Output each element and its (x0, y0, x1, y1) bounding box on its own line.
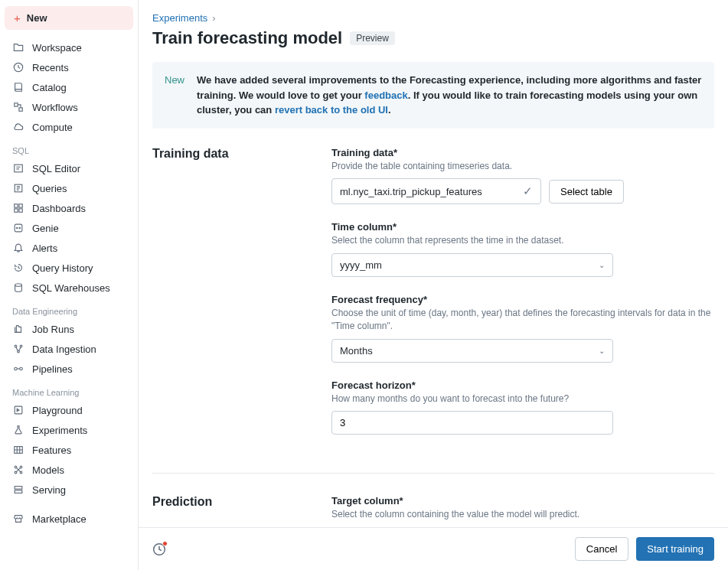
sidebar-item-serving[interactable]: Serving (5, 480, 133, 500)
frequency-select[interactable]: Months ⌄ (331, 339, 613, 363)
sidebar-item-catalog[interactable]: Catalog (5, 77, 133, 97)
sidebar-label: Workflows (32, 102, 78, 113)
section-training-data: Training data Training data* Provide the… (152, 147, 714, 452)
genie-icon (12, 222, 24, 234)
sidebar-item-workflows[interactable]: Workflows (5, 97, 133, 117)
sidebar-item-models[interactable]: Models (5, 460, 133, 480)
svg-rect-24 (15, 487, 22, 490)
field-desc: Select the column containing the value t… (331, 508, 714, 521)
section-ml: Machine Learning (5, 379, 133, 400)
pipeline-icon (12, 363, 24, 375)
sidebar-item-genie[interactable]: Genie (5, 218, 133, 238)
sidebar-item-marketplace[interactable]: Marketplace (5, 509, 133, 529)
sidebar-item-data-ingestion[interactable]: Data Ingestion (5, 339, 133, 359)
sidebar-label: Alerts (32, 243, 57, 254)
svg-rect-9 (15, 224, 22, 232)
features-icon (12, 444, 24, 456)
svg-rect-25 (15, 490, 22, 493)
chevron-right-icon: › (212, 12, 215, 24)
check-icon: ✓ (523, 184, 533, 198)
sidebar-item-alerts[interactable]: Alerts (5, 238, 133, 258)
field-time-column: Time column* Select the column that repr… (331, 221, 714, 277)
sidebar-label: Genie (32, 223, 59, 234)
notice-body: We have added several improvements to th… (197, 73, 702, 118)
field-training-data: Training data* Provide the table contain… (331, 147, 714, 205)
input-value: ml.nyc_taxi.trip_pickup_features (340, 186, 482, 197)
sidebar-item-sql-warehouses[interactable]: SQL Warehouses (5, 278, 133, 298)
svg-rect-1 (15, 103, 18, 106)
sidebar-label: Dashboards (32, 203, 86, 214)
sidebar: + New Workspace Recents Catalog Workflow… (0, 0, 138, 570)
sidebar-label: Marketplace (32, 513, 87, 525)
sidebar-item-workspace[interactable]: Workspace (5, 37, 133, 57)
chevron-down-icon: ⌄ (599, 347, 605, 355)
sidebar-label: Workspace (32, 42, 82, 54)
field-desc: Provide the table containing timeseries … (331, 160, 714, 173)
select-table-button[interactable]: Select table (549, 180, 624, 204)
section-sql: SQL (5, 137, 133, 158)
section-title-prediction: Prediction (152, 495, 331, 527)
feedback-link[interactable]: feedback (364, 90, 407, 101)
sidebar-item-queries[interactable]: Queries (5, 178, 133, 198)
field-forecast-horizon: Forecast horizon* How many months do you… (331, 379, 714, 435)
catalog-icon (12, 81, 24, 93)
time-column-select[interactable]: yyyy_mm ⌄ (331, 253, 613, 277)
svg-rect-5 (15, 204, 18, 207)
title-row: Train forecasting model Preview (152, 28, 714, 48)
svg-point-10 (17, 227, 18, 228)
svg-point-16 (15, 367, 18, 370)
alert-icon (12, 242, 24, 254)
plus-icon: + (14, 12, 21, 24)
footer: Cancel Start training (139, 527, 728, 570)
sidebar-item-sql-editor[interactable]: SQL Editor (5, 158, 133, 178)
sidebar-item-pipelines[interactable]: Pipelines (5, 359, 133, 379)
new-button[interactable]: + New (5, 6, 133, 30)
cancel-button[interactable]: Cancel (575, 537, 628, 561)
select-value: Months (340, 345, 373, 357)
sidebar-item-query-history[interactable]: Query History (5, 258, 133, 278)
sidebar-label: Serving (32, 484, 66, 496)
revert-link[interactable]: revert back to the old UI (275, 104, 388, 116)
section-prediction: Prediction Target column* Select the col… (152, 495, 714, 527)
notification-dot (162, 541, 168, 546)
sidebar-label: Pipelines (32, 363, 73, 375)
breadcrumb-experiments[interactable]: Experiments (152, 12, 207, 24)
svg-point-14 (20, 345, 22, 347)
queries-icon (12, 182, 24, 194)
horizon-input[interactable] (331, 411, 613, 435)
serving-icon (12, 484, 24, 496)
ingestion-icon (12, 343, 24, 355)
sidebar-label: Queries (32, 183, 67, 194)
field-label: Forecast frequency* (331, 294, 714, 305)
footer-clock[interactable] (152, 542, 166, 556)
sidebar-item-playground[interactable]: Playground (5, 400, 133, 420)
content: Experiments › Train forecasting model Pr… (139, 0, 728, 527)
field-desc: Choose the unit of time (day, month, yea… (331, 307, 714, 333)
field-desc: Select the column that represents the ti… (331, 234, 714, 247)
svg-rect-2 (19, 108, 22, 111)
dashboard-icon (12, 202, 24, 214)
sidebar-item-compute[interactable]: Compute (5, 117, 133, 137)
sidebar-label: Playground (32, 405, 83, 416)
folder-icon (12, 41, 24, 54)
training-data-input[interactable]: ml.nyc_taxi.trip_pickup_features ✓ (331, 178, 541, 204)
section-de: Data Engineering (5, 298, 133, 319)
field-label: Target column* (331, 495, 714, 506)
sidebar-label: Job Runs (32, 324, 74, 335)
sidebar-item-experiments[interactable]: Experiments (5, 420, 133, 440)
sidebar-item-recents[interactable]: Recents (5, 57, 133, 77)
sidebar-label: Features (32, 445, 71, 456)
sidebar-label: Experiments (32, 425, 87, 436)
playground-icon (12, 404, 24, 416)
sidebar-label: SQL Warehouses (32, 282, 110, 294)
clock-icon (12, 61, 24, 73)
clock-icon (152, 547, 166, 559)
sidebar-item-job-runs[interactable]: Job Runs (5, 319, 133, 339)
field-forecast-frequency: Forecast frequency* Choose the unit of t… (331, 294, 714, 363)
start-training-button[interactable]: Start training (636, 537, 714, 561)
sidebar-item-dashboards[interactable]: Dashboards (5, 198, 133, 218)
sidebar-item-features[interactable]: Features (5, 440, 133, 460)
notice-new-label: New (165, 73, 184, 118)
svg-point-17 (20, 367, 23, 370)
svg-rect-8 (19, 209, 22, 212)
